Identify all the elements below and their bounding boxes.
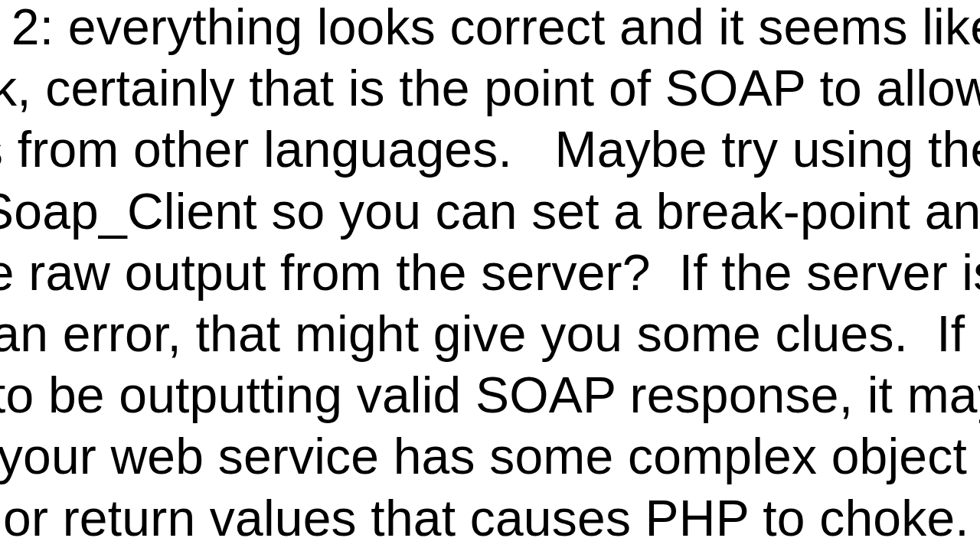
document-text: Answer 2: everything looks correct and i… (0, 0, 980, 549)
